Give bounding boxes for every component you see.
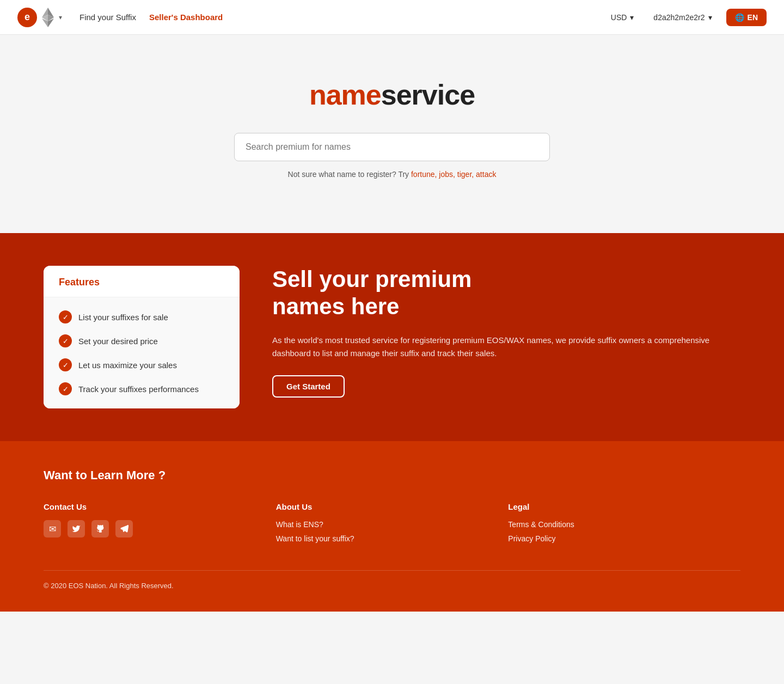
feature-item-1: ✓ List your suffixes for sale [59,310,224,323]
hint-link-fortune[interactable]: fortune, [411,170,439,179]
list-suffix-link[interactable]: Want to list your suffix? [276,534,509,543]
sell-heading: Sell your premium names here [272,266,740,321]
footer-col-legal: Legal Terms & Conditions Privacy Policy [508,502,740,548]
feature-item-3: ✓ Let us maximize your sales [59,358,224,371]
search-wrapper [234,133,550,161]
what-is-ens-link[interactable]: What is ENS? [276,520,509,529]
logo[interactable]: e ▾ [17,8,62,27]
features-card: Features ✓ List your suffixes for sale ✓… [44,266,240,408]
check-icon-4: ✓ [59,382,72,395]
feature-label-3: Let us maximize your sales [78,361,177,370]
telegram-icon[interactable] [115,520,133,538]
features-card-header: Features [44,266,240,297]
footer-col-about: About Us What is ENS? Want to list your … [276,502,509,548]
hint-link-jobs[interactable]: jobs, [439,170,457,179]
privacy-policy-link[interactable]: Privacy Policy [508,534,740,543]
legal-title: Legal [508,502,740,511]
logo-name-part: name [309,79,381,111]
navbar: e ▾ Find your Suffix Seller's Dashboard … [0,0,784,35]
feature-item-2: ✓ Set your desired price [59,334,224,347]
currency-dropdown[interactable]: USD ▾ [605,10,640,25]
language-button[interactable]: 🌐 EN [726,9,767,26]
email-icon[interactable]: ✉ [44,520,61,538]
account-dropdown[interactable]: d2a2h2m2e2r2 ▾ [648,10,717,25]
about-title: About Us [276,502,509,511]
features-section: Features ✓ List your suffixes for sale ✓… [0,233,784,441]
get-started-button[interactable]: Get Started [272,375,345,398]
feature-item-4: ✓ Track your suffixes performances [59,382,224,395]
logo-service-part: service [381,79,475,111]
footer-col-contact: Contact Us ✉ [44,502,276,548]
hero-section: nameservice Not sure what name to regist… [0,35,784,233]
logo-chevron-icon[interactable]: ▾ [59,14,62,21]
check-icon-1: ✓ [59,310,72,323]
hint-link-attack[interactable]: attack [476,170,496,179]
github-icon[interactable] [91,520,109,538]
features-card-body: ✓ List your suffixes for sale ✓ Set your… [44,297,240,408]
feature-label-2: Set your desired price [78,337,158,346]
footer-copyright: © 2020 EOS Nation. All Rights Reserved. [44,570,740,590]
social-icons: ✉ [44,520,276,538]
sellers-dashboard-link[interactable]: Seller's Dashboard [149,13,223,22]
currency-chevron-icon: ▾ [630,13,634,22]
find-suffix-link[interactable]: Find your Suffix [79,13,136,22]
footer: Want to Learn More ? Contact Us ✉ About … [0,441,784,612]
eos-icon: e [17,8,37,27]
search-input[interactable] [234,133,550,161]
check-icon-2: ✓ [59,334,72,347]
footer-learn-heading: Want to Learn More ? [44,468,740,483]
terms-conditions-link[interactable]: Terms & Conditions [508,520,740,529]
nav-right: USD ▾ d2a2h2m2e2r2 ▾ 🌐 EN [605,9,767,26]
feature-label-4: Track your suffixes performances [78,384,199,394]
feature-label-1: List your suffixes for sale [78,313,168,322]
twitter-icon[interactable] [68,520,85,538]
hint-link-tiger[interactable]: tiger, [457,170,476,179]
search-hint: Not sure what name to register? Try fort… [288,170,497,179]
brand-logo: nameservice [309,78,475,111]
check-icon-3: ✓ [59,358,72,371]
sell-section: Sell your premium names here As the worl… [272,266,740,398]
eth-icon [39,9,57,26]
sell-description: As the world's most trusted service for … [272,334,740,360]
account-chevron-icon: ▾ [708,13,712,22]
globe-icon: 🌐 [735,13,744,22]
features-title: Features [59,277,224,288]
nav-links: Find your Suffix Seller's Dashboard [79,13,605,22]
footer-columns: Contact Us ✉ About Us What is ENS? Want … [44,502,740,548]
contact-title: Contact Us [44,502,276,511]
